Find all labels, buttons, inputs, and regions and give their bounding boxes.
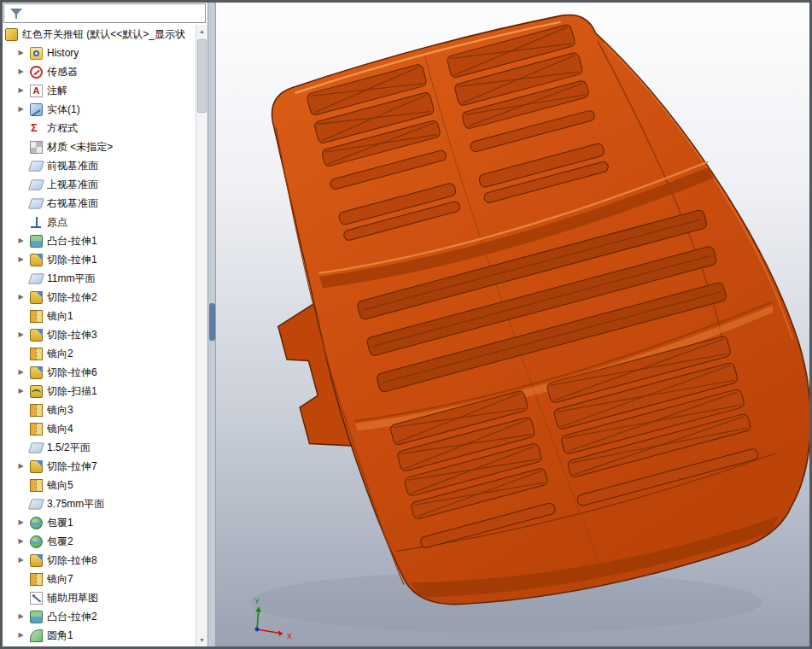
- tree-item-19[interactable]: 切除-扫描1: [3, 382, 196, 401]
- feature-tree: 红色开关推钮 (默认<<默认>_显示状 History 传感器 注解 实体(1)…: [3, 25, 196, 646]
- tree-item-32[interactable]: 圆角1: [3, 626, 196, 645]
- expand-arrow-icon[interactable]: [16, 288, 26, 307]
- mirror-icon: [30, 404, 43, 417]
- mirror-icon: [30, 423, 43, 436]
- tree-item-11[interactable]: 凸台-拉伸1: [3, 231, 196, 250]
- expand-arrow-icon[interactable]: [16, 325, 26, 344]
- cut-icon: [30, 554, 43, 567]
- filter-funnel-icon[interactable]: [10, 8, 22, 20]
- origin-icon: [30, 216, 43, 229]
- expand-arrow-icon[interactable]: [16, 645, 26, 646]
- tree-filter-bar: [3, 3, 206, 23]
- plane-icon: [28, 442, 44, 453]
- mirror-icon: [30, 348, 43, 360]
- expand-arrow-icon[interactable]: [16, 551, 26, 570]
- tree-item-29[interactable]: 镜向7: [3, 570, 196, 588]
- solids-icon: [30, 103, 43, 116]
- tree-item-28[interactable]: 切除-拉伸8: [3, 551, 196, 570]
- tree-item-24[interactable]: 镜向5: [3, 476, 196, 494]
- expand-arrow-icon[interactable]: [16, 363, 26, 382]
- triad-y-label: Y: [254, 597, 260, 605]
- expand-arrow-icon[interactable]: [16, 250, 26, 269]
- expand-arrow-icon[interactable]: [16, 626, 26, 645]
- fillet-icon: [30, 629, 43, 642]
- tree-item-12[interactable]: 切除-拉伸1: [3, 250, 196, 269]
- boss-icon: [30, 611, 43, 623]
- expand-arrow-icon[interactable]: [16, 231, 26, 250]
- mirror-icon: [30, 310, 43, 323]
- plane-icon: [28, 273, 44, 284]
- cut-icon: [30, 291, 43, 304]
- sensors-icon: [30, 66, 43, 79]
- mirror-icon: [30, 479, 43, 492]
- cut-icon: [30, 329, 43, 342]
- tree-scrollbar[interactable]: ▲ ▼: [196, 25, 207, 646]
- feature-tree-panel: 红色开关推钮 (默认<<默认>_显示状 History 传感器 注解 实体(1)…: [3, 3, 208, 646]
- expand-arrow-icon[interactable]: [16, 100, 26, 119]
- sketch-icon: [30, 592, 43, 605]
- cut-icon: [30, 460, 43, 473]
- sweep-icon: [30, 385, 43, 398]
- app-window: 红色开关推钮 (默认<<默认>_显示状 History 传感器 注解 实体(1)…: [0, 0, 812, 649]
- tree-item-23[interactable]: 切除-拉伸7: [3, 457, 196, 476]
- annotations-icon: [30, 85, 43, 97]
- tree-item-14[interactable]: 切除-拉伸2: [3, 288, 196, 307]
- tree-item-22[interactable]: 1.5/2平面: [3, 438, 196, 457]
- tree-item-30[interactable]: 辅助用草图: [3, 588, 196, 607]
- tree-item-33[interactable]: 切除-拉伸9: [3, 645, 196, 646]
- tree-item-16[interactable]: 切除-拉伸3: [3, 325, 196, 344]
- plane-icon: [28, 179, 44, 190]
- tree-item-7[interactable]: 前视基准面: [3, 156, 196, 175]
- tree-item-26[interactable]: 包覆1: [3, 513, 196, 532]
- history-icon: [30, 47, 43, 60]
- tree-item-6[interactable]: 材质 <未指定>: [3, 137, 196, 156]
- tree-item-27[interactable]: 包覆2: [3, 532, 196, 551]
- expand-arrow-icon[interactable]: [16, 457, 26, 476]
- tree-item-17[interactable]: 镜向2: [3, 344, 196, 363]
- tree-item-25[interactable]: 3.75mm平面: [3, 494, 196, 513]
- plane-icon: [28, 198, 44, 208]
- expand-arrow-icon[interactable]: [16, 382, 26, 401]
- plane-icon: [28, 499, 44, 509]
- expand-arrow-icon[interactable]: [16, 607, 26, 626]
- tree-root-label: 红色开关推钮 (默认<<默认>_显示状: [22, 27, 185, 42]
- splitter-handle[interactable]: [209, 303, 215, 341]
- scroll-up-icon[interactable]: ▲: [196, 25, 207, 38]
- tree-item-3[interactable]: 注解: [3, 81, 196, 100]
- model-red-switch-button[interactable]: [219, 3, 810, 646]
- tree-item-18[interactable]: 切除-拉伸6: [3, 363, 196, 382]
- tree-item-4[interactable]: 实体(1): [3, 100, 196, 119]
- tree-item-10[interactable]: 原点: [3, 213, 196, 231]
- expand-arrow-icon[interactable]: [16, 44, 26, 62]
- mirror-icon: [30, 573, 43, 586]
- tree-item-9[interactable]: 右视基准面: [3, 194, 196, 213]
- cut-icon: [30, 366, 43, 379]
- scrollbar-thumb[interactable]: [197, 39, 207, 113]
- expand-arrow-icon[interactable]: [16, 62, 26, 81]
- tree-item-13[interactable]: 11mm平面: [3, 269, 196, 288]
- wrap-icon: [30, 535, 43, 548]
- expand-arrow-icon[interactable]: [16, 513, 26, 532]
- triad-x-label: X: [287, 632, 292, 640]
- equations-icon: [30, 122, 43, 135]
- viewport-3d[interactable]: X Y: [216, 3, 809, 646]
- cut-icon: [30, 254, 43, 266]
- scroll-down-icon[interactable]: ▼: [196, 634, 207, 646]
- tree-item-21[interactable]: 镜向4: [3, 419, 196, 438]
- tree-item-2[interactable]: 传感器: [3, 62, 196, 81]
- panel-splitter[interactable]: [208, 3, 216, 646]
- tree-root-item[interactable]: 红色开关推钮 (默认<<默认>_显示状: [3, 25, 196, 44]
- wrap-icon: [30, 517, 43, 529]
- expand-arrow-icon[interactable]: [16, 81, 26, 100]
- tree-item-8[interactable]: 上视基准面: [3, 175, 196, 194]
- tree-item-31[interactable]: 凸台-拉伸2: [3, 607, 196, 626]
- tree-item-1[interactable]: History: [3, 44, 196, 62]
- expand-arrow-icon[interactable]: [16, 532, 26, 551]
- tree-item-20[interactable]: 镜向3: [3, 401, 196, 419]
- plane-icon: [28, 161, 44, 171]
- boss-icon: [30, 235, 43, 248]
- tree-item-15[interactable]: 镜向1: [3, 307, 196, 325]
- tree-item-5[interactable]: 方程式: [3, 119, 196, 137]
- viewport-canvas[interactable]: X Y: [216, 3, 810, 646]
- material-icon: [30, 141, 43, 154]
